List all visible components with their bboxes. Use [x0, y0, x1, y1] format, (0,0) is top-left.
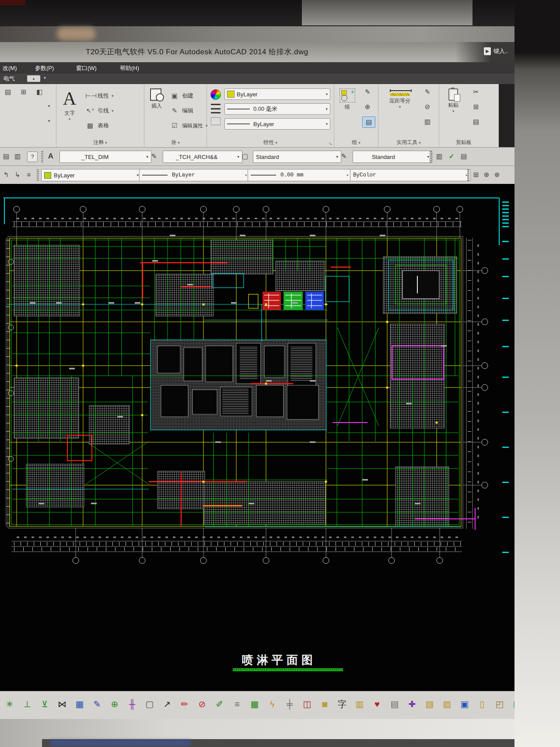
ribbon-collapse-arrow-icon[interactable]: ▾ [44, 75, 46, 80]
left-dropdown2-icon[interactable]: ▾ [44, 116, 54, 126]
toolbar-grip[interactable] [41, 151, 43, 162]
object-lineweight-select[interactable]: 0.00 毫米 ▾ [224, 103, 330, 115]
properties-dialog-launcher-icon[interactable]: ↘ [329, 141, 332, 146]
green-pen-icon[interactable]: ✐ [213, 697, 227, 712]
layer-previous-icon[interactable]: ↳ [12, 169, 23, 180]
block-edit-button[interactable]: ✎ 编辑 [170, 104, 193, 117]
open-book-icon[interactable]: ▥ [353, 697, 367, 712]
paste-special-icon[interactable]: ▤ [471, 116, 481, 127]
tablestyle-icon[interactable]: ▢ [240, 151, 250, 162]
arch-brush-icon[interactable]: ✎ [149, 151, 159, 162]
menu-modify[interactable]: 改(M) [3, 64, 17, 72]
menu-window[interactable]: 窗口(W) [76, 64, 97, 72]
quick-measure-icon[interactable]: ✎ [422, 87, 433, 97]
utilities-panel-label[interactable]: 实用工具▾ [378, 139, 439, 146]
group-select-toggle-icon[interactable]: ▤ [362, 116, 375, 128]
block-create-button[interactable]: ▣ 创建 [170, 89, 193, 102]
dim-style-select[interactable]: _TEL_DIM ▾ [60, 151, 151, 163]
group-add-icon[interactable]: ⊕ [362, 102, 373, 112]
id-point-icon[interactable]: ⊘ [422, 102, 433, 112]
plotstyle-select[interactable]: ByColor ▾ [350, 169, 471, 181]
infocenter-hint[interactable]: 键入.. [494, 47, 508, 55]
layer-color-select[interactable]: ByLayer ▾ [41, 169, 142, 181]
section-line-icon[interactable]: ╪ [283, 697, 297, 712]
valve-icon[interactable]: ⋈ [55, 697, 69, 712]
insert-block-button[interactable]: 插入 [144, 88, 169, 110]
selection-rect-icon[interactable]: ▢ [143, 697, 157, 712]
lock-icon[interactable]: ▣ [458, 697, 472, 712]
block-panel-label[interactable]: 块▾ [144, 139, 206, 146]
lineweight-hatch-icon[interactable] [211, 117, 220, 125]
modify-tool-icon[interactable]: ▤ [3, 87, 13, 97]
tab-electrical[interactable]: 电气 [4, 75, 15, 83]
bulb-door-icon[interactable]: ◙ [318, 697, 332, 712]
modify-tool3-icon[interactable]: ◧ [34, 87, 45, 97]
table-button[interactable]: ▦ 表格 [85, 119, 109, 132]
heart-block-icon[interactable]: ♥ [370, 697, 384, 712]
text-tool-button[interactable]: A 文字 ▾ [57, 88, 82, 121]
toolbar-grip[interactable] [430, 151, 432, 162]
equal-lines-icon[interactable]: ≡ [230, 697, 244, 712]
box3d-icon[interactable]: ◰ [493, 697, 507, 712]
toolbar-grip[interactable] [37, 169, 39, 181]
table-style-select[interactable]: Standard ▾ [253, 151, 341, 163]
help-button[interactable]: ? [27, 152, 38, 162]
sprinkler-upright-icon[interactable]: ⊥ [20, 697, 34, 712]
device-box-icon[interactable]: ▦ [73, 697, 87, 712]
text-style-select[interactable]: Standard ▾ [353, 151, 432, 163]
cut-icon[interactable]: ✂ [471, 87, 481, 97]
object-color-select[interactable]: ByLayer ▾ [224, 88, 330, 100]
block-edit-attr-button[interactable]: ☑ 编辑属性 ▾ [170, 119, 208, 132]
group-panel-label[interactable]: 组▾ [334, 139, 378, 146]
drawing-canvas[interactable]: 喷淋平面图 [4, 196, 502, 690]
color-wheel-icon[interactable] [210, 89, 221, 100]
calc-small-icon[interactable]: ▥ [12, 151, 23, 162]
toolbar-grip[interactable] [467, 169, 469, 181]
red-door-icon[interactable]: ◫ [300, 697, 314, 712]
view-globe1-icon[interactable]: ⊞ [471, 169, 481, 180]
ribbon-collapse-button[interactable]: ▴ [27, 75, 40, 82]
left-dropdown1-icon[interactable]: ▾ [44, 101, 54, 111]
layer-translate-icon[interactable]: ▤ [458, 151, 469, 162]
leader-button[interactable]: ↖° 引线 ▾ [85, 104, 114, 117]
arch-style-select[interactable]: _TCH_ARCH&& ▾ [163, 151, 242, 163]
paste-button[interactable]: 粘贴 ▾ [441, 88, 466, 113]
infocenter-play-icon[interactable]: ▶ [484, 47, 491, 55]
grid-table-icon[interactable]: ▦ [248, 697, 262, 712]
lightning-icon[interactable]: ϟ [265, 697, 279, 712]
clipboard-panel-label[interactable]: 剪贴板 [439, 139, 488, 146]
group-edit-icon[interactable]: ✎ [362, 87, 373, 97]
linetype-stack-icon[interactable] [211, 104, 220, 113]
style-manager-book-icon[interactable]: ▥ [434, 151, 444, 162]
object-linetype-select[interactable]: ByLayer ▾ [224, 118, 330, 130]
pin-icon[interactable]: ⊕ [108, 697, 122, 712]
layer-states-icon[interactable]: ≡ [24, 169, 34, 180]
measure-button[interactable]: 定距等分 ▾ [385, 88, 415, 109]
view-globe2-icon[interactable]: ⊕ [481, 169, 492, 180]
modify-tool2-icon[interactable]: ⊞ [18, 87, 29, 97]
red-pen-icon[interactable]: ✏ [178, 697, 192, 712]
layers-bulb-icon[interactable]: ▨ [440, 697, 454, 712]
sheet-set-icon[interactable]: ▤ [1, 151, 11, 162]
view-globe3-icon[interactable]: ⊕ [492, 169, 502, 180]
group-button[interactable]: ✳ 组 [335, 88, 360, 111]
sprinkler-icon[interactable]: ✳ [3, 697, 17, 712]
sprinkler-pair-icon[interactable]: ⊻ [38, 697, 52, 712]
no-symbol-icon[interactable]: ⊘ [195, 697, 209, 712]
textstyle-pencil-icon[interactable]: ✎ [339, 151, 349, 162]
linetype-select[interactable]: ByLayer ▾ [139, 169, 250, 181]
linear-dim-button[interactable]: ⊢⊣ 线性 ▾ [85, 89, 114, 102]
annotate-panel-label[interactable]: 注释▾ [56, 139, 144, 146]
standards-check-icon[interactable]: ✓ [446, 151, 457, 162]
lineweight-select[interactable]: 0.00 mm ▾ [248, 169, 352, 181]
unlock-icon[interactable]: ▯ [475, 697, 489, 712]
drawing-viewport[interactable]: 喷淋平面图 [0, 184, 515, 691]
slope-pen-icon[interactable]: ✎ [90, 697, 104, 712]
leader-arrow-icon[interactable]: ↗ [160, 697, 174, 712]
copy-clip-icon[interactable]: ⊞ [471, 102, 481, 112]
menu-help[interactable]: 帮助(H) [120, 64, 139, 72]
copy-block-icon[interactable]: ▤ [388, 697, 402, 712]
calculator-icon[interactable]: ▥ [422, 116, 433, 127]
dimstyle-brush-icon[interactable]: A [46, 151, 56, 162]
infocenter[interactable]: ▶ 键入.. [484, 47, 508, 55]
